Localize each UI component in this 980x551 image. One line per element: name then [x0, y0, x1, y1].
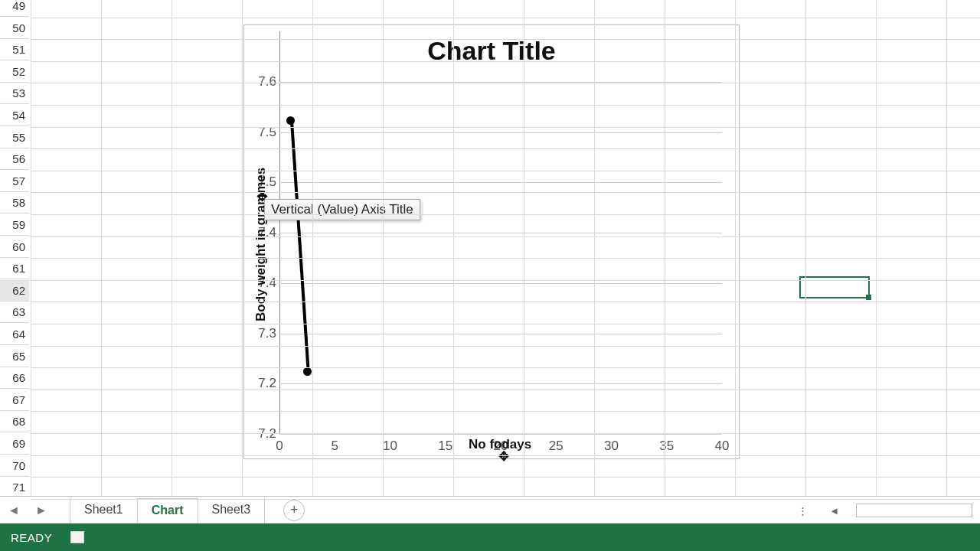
row-header[interactable]: 63: [0, 302, 29, 323]
new-sheet-button[interactable]: +: [283, 500, 305, 521]
row-header[interactable]: 61: [0, 258, 29, 279]
row-header[interactable]: 59: [0, 214, 29, 236]
row-header[interactable]: 57: [0, 171, 29, 192]
y-gridline: [279, 334, 722, 334]
y-gridline: [279, 132, 722, 133]
x-tick-label: 5: [332, 439, 338, 454]
sheet-tab[interactable]: Sheet3: [198, 498, 266, 523]
row-header[interactable]: 66: [0, 367, 29, 389]
row-header[interactable]: 67: [0, 390, 29, 411]
row-header[interactable]: 52: [0, 61, 29, 83]
y-gridline: [279, 182, 722, 183]
y-gridline: [279, 383, 722, 384]
plot-area[interactable]: 7.27.27.37.47.47.57.57.60510152025303540: [279, 31, 722, 434]
row-header[interactable]: 62: [0, 280, 29, 302]
hscroll-left[interactable]: ◄: [825, 504, 844, 518]
axis-title-tooltip: Vertical (Value) Axis Title: [264, 199, 420, 220]
sheet-tab[interactable]: Chart: [137, 498, 198, 523]
row-header[interactable]: 54: [0, 105, 29, 126]
macro-record-icon[interactable]: [70, 531, 84, 543]
row-header[interactable]: 70: [0, 455, 29, 477]
x-tick-label: 40: [715, 439, 730, 454]
sheet-tab[interactable]: Sheet1: [70, 498, 138, 523]
row-header[interactable]: 51: [0, 39, 29, 60]
y-tick-label: 7.6: [246, 74, 276, 90]
status-text: READY: [11, 531, 52, 544]
row-header[interactable]: 68: [0, 411, 29, 432]
row-header[interactable]: 69: [0, 433, 29, 455]
row-header[interactable]: 50: [0, 18, 29, 39]
row-header[interactable]: 53: [0, 83, 29, 104]
status-bar: READY: [0, 523, 980, 551]
y-gridline: [279, 233, 722, 233]
x-tick-label: 0: [276, 439, 283, 454]
row-header[interactable]: 65: [0, 346, 29, 367]
x-tick-label: 25: [549, 439, 564, 454]
sheet-tabs: Sheet1ChartSheet3: [70, 498, 265, 523]
row-header[interactable]: 55: [0, 127, 29, 148]
horizontal-scrollbar[interactable]: [856, 504, 972, 517]
row-header[interactable]: 64: [0, 324, 29, 345]
y-gridline: [279, 434, 722, 435]
y-tick-label: 7.2: [246, 426, 276, 442]
x-tick-label: 10: [383, 439, 397, 454]
row-header[interactable]: 49: [0, 0, 29, 17]
tabs-options-icon[interactable]: ⋮: [793, 504, 812, 518]
y-gridline: [279, 283, 722, 284]
row-header[interactable]: 60: [0, 236, 29, 258]
row-header[interactable]: 71: [0, 477, 29, 498]
y-tick-label: 7.3: [246, 326, 276, 341]
x-tick-label: 35: [659, 439, 674, 454]
tab-nav-next[interactable]: ►: [28, 504, 55, 517]
x-axis-title-left: No fo: [469, 437, 501, 452]
x-tick-label: 30: [604, 439, 619, 454]
x-tick-label: 15: [438, 439, 452, 454]
x-axis-title[interactable]: No fo✥days: [469, 437, 531, 452]
data-point[interactable]: [303, 367, 312, 376]
tab-nav-prev[interactable]: ◄: [0, 504, 28, 517]
sheet-tabs-strip: ◄ ► Sheet1ChartSheet3 + ⋮ ◄: [0, 496, 980, 524]
y-axis-title[interactable]: Body weight in grammes: [253, 168, 269, 321]
row-header[interactable]: 58: [0, 192, 29, 214]
row-header[interactable]: 56: [0, 148, 29, 170]
row-headers: 4950515253545556575859606162636465666768…: [0, 0, 31, 496]
cursor-overlay: ✥: [498, 448, 509, 465]
